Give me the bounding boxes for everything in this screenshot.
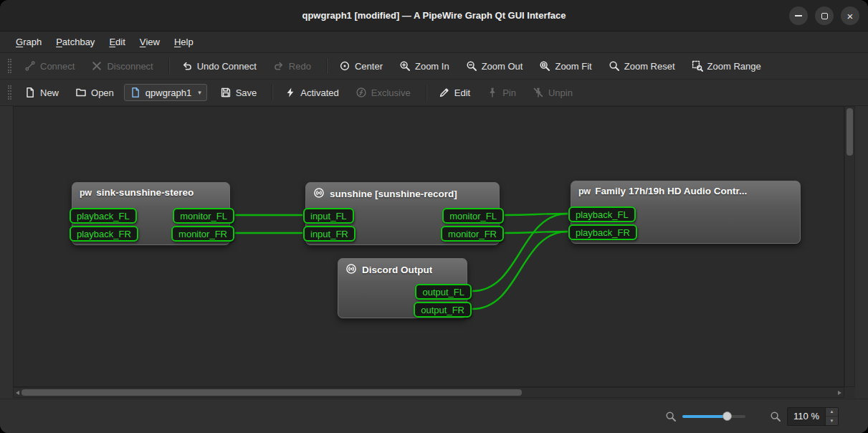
toolbar-button-save[interactable]: Save bbox=[214, 83, 264, 102]
horizontal-scrollbar-thumb[interactable] bbox=[22, 389, 522, 396]
graph-node-sink[interactable]: pwsink-sunshine-stereoplayback_FLplaybac… bbox=[72, 182, 230, 245]
graph-node-sunshine[interactable]: sunshine [sunshine-record]input_FLinput_… bbox=[305, 182, 500, 245]
toolbar-button-open[interactable]: Open bbox=[69, 83, 120, 102]
button-label: Zoom In bbox=[415, 61, 449, 72]
toolbar-button-disconnect: Disconnect bbox=[85, 57, 159, 75]
window-controls: × bbox=[789, 6, 859, 25]
button-label: Connect bbox=[40, 61, 75, 72]
node-header: pwFamily 17h/19h HD Audio Contr... bbox=[571, 181, 800, 196]
button-label: Exclusive bbox=[371, 87, 411, 98]
button-label: Zoom Range bbox=[707, 61, 761, 72]
toolbar-button-unpin: Unpin bbox=[526, 83, 579, 102]
audio-stream-icon bbox=[313, 187, 325, 201]
graph-node-discord[interactable]: Discord Outputoutput_FLoutput_FR bbox=[338, 258, 467, 318]
zoom-in-icon bbox=[399, 60, 411, 72]
scroll-right-arrow-icon[interactable] bbox=[838, 391, 841, 395]
toolbar-button-undo-connect[interactable]: Undo Connect bbox=[175, 57, 263, 75]
bolt-icon bbox=[285, 87, 296, 98]
zoom-range-icon bbox=[692, 60, 703, 72]
menu-graph[interactable]: Graph bbox=[9, 32, 49, 52]
zoom-spin-down[interactable]: ▼ bbox=[826, 416, 838, 425]
node-title: sunshine [sunshine-record] bbox=[330, 189, 457, 199]
button-label: qpwgraph1 bbox=[146, 87, 191, 98]
graph-canvas[interactable]: pwsink-sunshine-stereoplayback_FLplaybac… bbox=[13, 106, 844, 387]
app-window: qpwgraph1 [modified] — A PipeWire Graph … bbox=[0, 0, 868, 433]
zoom-spin-buttons: ▲ ▼ bbox=[825, 408, 838, 425]
toolbar-handle[interactable] bbox=[8, 85, 11, 100]
toolbar-button-exclusive: Exclusive bbox=[349, 83, 417, 102]
zoom-fit-icon bbox=[539, 60, 550, 72]
dropdown-caret-icon: ▾ bbox=[198, 89, 201, 96]
zoom-out-icon bbox=[466, 60, 477, 72]
zoom-reset-icon bbox=[609, 60, 620, 72]
maximize-button[interactable] bbox=[815, 6, 834, 25]
toolbar-button-zoom-range[interactable]: Zoom Range bbox=[685, 57, 768, 75]
toolbar-separator bbox=[426, 85, 427, 100]
port-monitor_FR[interactable]: monitor_FR bbox=[171, 226, 234, 242]
menu-edit[interactable]: Edit bbox=[102, 32, 132, 52]
port-playback_FR[interactable]: playback_FR bbox=[70, 226, 138, 242]
open-icon bbox=[75, 87, 87, 98]
minimize-icon bbox=[795, 15, 802, 16]
zoom-slider-fill bbox=[682, 415, 727, 418]
port-output_FL[interactable]: output_FL bbox=[415, 284, 472, 300]
toolbar-main: ConnectDisconnectUndo ConnectRedoCenterZ… bbox=[0, 53, 868, 80]
horizontal-scrollbar[interactable] bbox=[13, 387, 844, 398]
port-monitor_FR[interactable]: monitor_FR bbox=[441, 226, 504, 242]
menu-help[interactable]: Help bbox=[167, 32, 201, 52]
port-output_FR[interactable]: output_FR bbox=[414, 302, 472, 318]
pin-icon bbox=[487, 87, 498, 98]
window-title: qpwgraph1 [modified] — A PipeWire Graph … bbox=[302, 10, 566, 21]
toolbar-button-zoom-fit[interactable]: Zoom Fit bbox=[533, 57, 598, 75]
toolbar-button-zoom-in[interactable]: Zoom In bbox=[393, 57, 456, 75]
node-header: Discord Output bbox=[338, 259, 467, 277]
graph-node-family[interactable]: pwFamily 17h/19h HD Audio Contr...playba… bbox=[571, 181, 801, 244]
button-label: Disconnect bbox=[107, 61, 153, 72]
zoom-slider[interactable] bbox=[682, 415, 745, 418]
zoom-slider-handle[interactable] bbox=[722, 411, 732, 421]
vertical-scrollbar-thumb[interactable] bbox=[846, 108, 853, 156]
zoom-value: 110 % bbox=[788, 408, 825, 425]
connect-icon bbox=[24, 60, 36, 72]
toolbar-button-activated[interactable]: Activated bbox=[278, 83, 345, 102]
button-label: Unpin bbox=[548, 87, 573, 98]
port-playback_FL[interactable]: playback_FL bbox=[568, 206, 636, 222]
button-label: Zoom Fit bbox=[555, 61, 591, 72]
zoom-spin-icon bbox=[770, 411, 781, 422]
button-label: Save bbox=[236, 87, 257, 98]
scroll-left-arrow-icon[interactable] bbox=[16, 391, 19, 395]
pipewire-icon: pw bbox=[80, 188, 91, 198]
node-header: pwsink-sunshine-stereo bbox=[72, 183, 229, 198]
zoom-spinbox[interactable]: 110 % ▲ ▼ bbox=[787, 407, 839, 426]
center-icon bbox=[339, 60, 350, 72]
toolbar-button-zoom-reset[interactable]: Zoom Reset bbox=[602, 57, 682, 75]
undo-icon bbox=[181, 60, 193, 72]
port-monitor_FL[interactable]: monitor_FL bbox=[442, 208, 504, 224]
menu-patchbay[interactable]: Patchbay bbox=[49, 32, 102, 52]
connection-wires bbox=[14, 107, 844, 387]
toolbar-handle[interactable] bbox=[8, 59, 11, 73]
toolbar-button-center[interactable]: Center bbox=[333, 57, 389, 75]
port-playback_FL[interactable]: playback_FL bbox=[70, 208, 137, 224]
minimize-button[interactable] bbox=[789, 6, 808, 25]
menubar: GraphPatchbayEditViewHelp bbox=[0, 32, 868, 53]
vertical-scrollbar[interactable] bbox=[844, 106, 855, 387]
toolbar-button-zoom-out[interactable]: Zoom Out bbox=[459, 57, 530, 75]
toolbar-button-edit[interactable]: Edit bbox=[432, 83, 477, 102]
menu-view[interactable]: View bbox=[133, 32, 167, 52]
toolbar-separator bbox=[272, 85, 273, 100]
maximize-icon bbox=[821, 13, 828, 19]
toolbar-button-new[interactable]: New bbox=[18, 83, 65, 102]
port-input_FL[interactable]: input_FL bbox=[303, 208, 354, 224]
titlebar: qpwgraph1 [modified] — A PipeWire Graph … bbox=[0, 0, 868, 32]
port-monitor_FL[interactable]: monitor_FL bbox=[173, 208, 234, 224]
close-button[interactable]: × bbox=[841, 6, 859, 25]
toolbar-button-pin: Pin bbox=[480, 83, 523, 102]
patchbay-file-dropdown[interactable]: qpwgraph1▾ bbox=[124, 84, 207, 101]
toolbar-separator bbox=[168, 58, 170, 74]
port-input_FR[interactable]: input_FR bbox=[303, 226, 356, 242]
toolbar-button-connect: Connect bbox=[18, 57, 81, 75]
zoom-spin-up[interactable]: ▲ bbox=[826, 408, 838, 417]
port-playback_FR[interactable]: playback_FR bbox=[568, 224, 637, 240]
button-label: New bbox=[40, 87, 59, 98]
